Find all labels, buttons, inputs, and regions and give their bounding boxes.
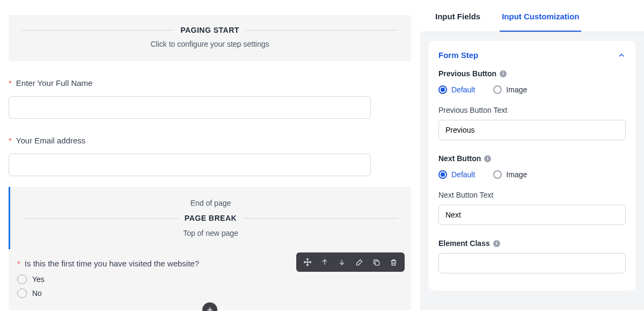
- page-break-end-label: End of page: [23, 199, 398, 207]
- info-icon[interactable]: i: [500, 70, 507, 77]
- radio-icon: [493, 85, 502, 94]
- label-text: Is this the first time you have visited …: [25, 259, 199, 268]
- next-text-label: Next Button Text: [438, 191, 626, 199]
- prev-radio-default[interactable]: Default: [438, 85, 475, 94]
- chevron-up-icon: [617, 51, 626, 60]
- form-step-panel: Form Step Previous Button i Default Imag…: [429, 41, 635, 291]
- element-class-input[interactable]: [438, 253, 626, 273]
- field-full-name[interactable]: * Enter Your Full Name: [9, 78, 411, 119]
- sidebar-body: Form Step Previous Button i Default Imag…: [420, 32, 644, 310]
- prev-radio-image[interactable]: Image: [493, 85, 527, 94]
- field-label: * Enter Your Full Name: [9, 78, 411, 88]
- delete-icon[interactable]: [385, 255, 401, 270]
- radio-label: Default: [451, 85, 475, 94]
- prev-text-label: Previous Button Text: [438, 106, 626, 114]
- form-canvas: PAGING START Click to configure your ste…: [0, 0, 420, 311]
- divider: [243, 218, 398, 219]
- move-down-icon[interactable]: [334, 255, 350, 270]
- page-break-block[interactable]: End of page PAGE BREAK Top of new page: [9, 187, 411, 249]
- required-asterisk: *: [9, 136, 12, 145]
- full-name-input[interactable]: [9, 96, 371, 119]
- email-input[interactable]: [9, 154, 371, 176]
- divider: [23, 218, 178, 219]
- next-radio-default[interactable]: Default: [438, 170, 475, 179]
- radio-option-yes[interactable]: Yes: [17, 274, 402, 284]
- info-icon[interactable]: i: [493, 240, 500, 247]
- radio-icon: [438, 85, 447, 94]
- move-up-icon[interactable]: [317, 255, 333, 270]
- panel-toggle[interactable]: Form Step: [438, 50, 626, 60]
- radio-label: Default: [451, 170, 475, 179]
- panel-title: Form Step: [438, 50, 478, 60]
- field-label: * Your Email address: [9, 136, 411, 145]
- radio-icon: [17, 274, 27, 284]
- tab-input-customization[interactable]: Input Customization: [500, 0, 581, 32]
- paging-start-title-row: PAGING START: [21, 26, 398, 34]
- info-icon[interactable]: i: [484, 155, 491, 162]
- radio-icon: [438, 170, 447, 179]
- selected-field-block[interactable]: * Is this the first time you have visite…: [9, 249, 411, 310]
- radio-label: Yes: [32, 275, 45, 284]
- heading-text: Next Button: [438, 154, 481, 163]
- page-break-row: PAGE BREAK: [23, 214, 398, 222]
- page-break-title: PAGE BREAK: [185, 214, 237, 222]
- prev-button-type-group: Default Image: [438, 85, 626, 94]
- label-text: Your Email address: [16, 136, 86, 145]
- page-break-top-label: Top of new page: [23, 229, 398, 237]
- element-class-heading: Element Class i: [438, 239, 626, 248]
- paging-start-block[interactable]: PAGING START Click to configure your ste…: [9, 15, 411, 61]
- next-text-input[interactable]: [438, 205, 626, 225]
- required-asterisk: *: [17, 259, 20, 268]
- radio-label: Image: [506, 170, 527, 179]
- heading-text: Element Class: [438, 239, 490, 248]
- radio-label: No: [32, 289, 42, 298]
- next-radio-image[interactable]: Image: [493, 170, 527, 179]
- field-email[interactable]: * Your Email address: [9, 136, 411, 176]
- required-asterisk: *: [9, 78, 12, 88]
- paging-start-title: PAGING START: [180, 26, 239, 34]
- label-text: Enter Your Full Name: [16, 78, 93, 88]
- next-button-heading: Next Button i: [438, 154, 626, 163]
- divider: [246, 30, 398, 31]
- edit-icon[interactable]: [351, 255, 367, 270]
- heading-text: Previous Button: [438, 69, 496, 78]
- prev-button-heading: Previous Button i: [438, 69, 626, 78]
- next-button-type-group: Default Image: [438, 170, 626, 179]
- field-toolbar: [296, 252, 405, 272]
- radio-icon: [17, 288, 27, 298]
- svg-rect-0: [375, 261, 379, 265]
- sidebar: Input Fields Input Customization Form St…: [420, 0, 644, 311]
- move-handle-icon[interactable]: [299, 255, 316, 270]
- radio-option-no[interactable]: No: [17, 288, 402, 298]
- divider: [21, 30, 174, 31]
- sidebar-tabs: Input Fields Input Customization: [420, 0, 644, 32]
- paging-start-subtitle: Click to configure your step settings: [21, 40, 398, 48]
- radio-label: Image: [506, 85, 527, 94]
- tab-input-fields[interactable]: Input Fields: [433, 0, 482, 32]
- radio-icon: [493, 170, 502, 179]
- prev-text-input[interactable]: [438, 120, 626, 140]
- duplicate-icon[interactable]: [368, 255, 384, 270]
